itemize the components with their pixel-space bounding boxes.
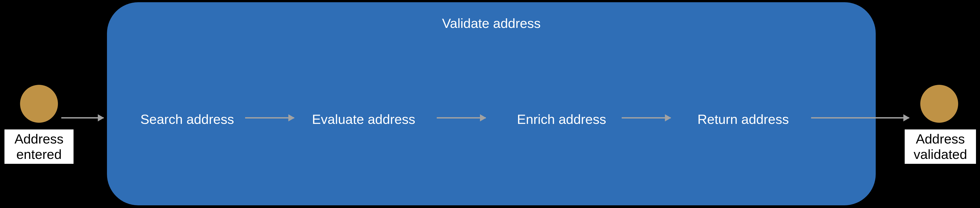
- arrow-step2-to-step3: [437, 117, 486, 118]
- start-label-line2: entered: [16, 147, 62, 162]
- start-event-circle: [20, 85, 58, 123]
- arrow-step3-to-step4: [622, 117, 671, 118]
- step-search-address: Search address: [140, 112, 234, 127]
- step-return-address: Return address: [697, 112, 789, 127]
- arrow-start-to-step1: [61, 117, 103, 118]
- step-enrich-address: Enrich address: [517, 112, 606, 127]
- end-event-circle: [920, 85, 958, 123]
- container-title: Validate address: [442, 16, 541, 31]
- validate-address-container: Validate address: [107, 2, 876, 205]
- arrow-step4-to-end: [811, 117, 909, 118]
- start-label-line1: Address: [14, 131, 64, 146]
- step-evaluate-address: Evaluate address: [312, 112, 415, 127]
- arrow-step1-to-step2: [245, 117, 294, 118]
- end-label-line2: validated: [913, 147, 967, 162]
- end-event-label: Address validated: [905, 130, 976, 164]
- end-label-line1: Address: [916, 131, 965, 146]
- start-event-label: Address entered: [5, 130, 73, 164]
